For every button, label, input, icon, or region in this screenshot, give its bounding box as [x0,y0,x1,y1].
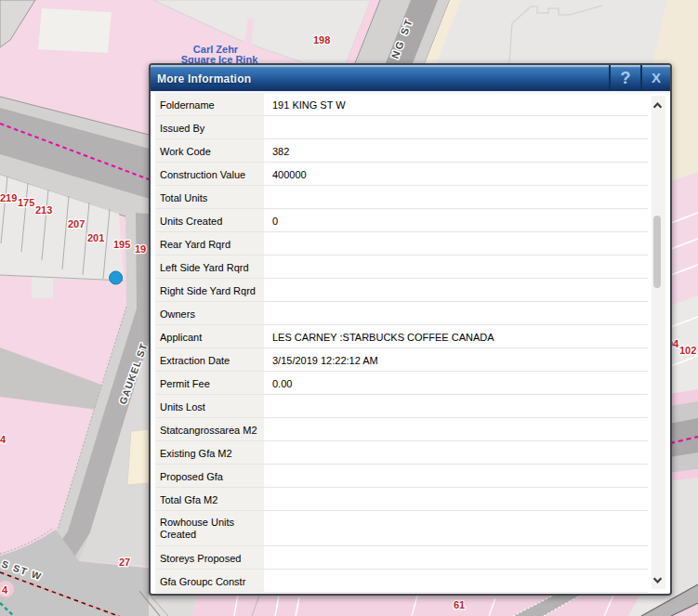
svg-text:201: 201 [87,232,104,243]
svg-text:213: 213 [35,204,52,216]
svg-text:27: 27 [119,557,130,568]
svg-text:102: 102 [679,345,696,356]
svg-text:4: 4 [0,434,7,445]
svg-text:4: 4 [2,584,8,596]
svg-text:198: 198 [313,34,330,46]
svg-text:61: 61 [454,599,465,610]
svg-text:207: 207 [68,218,85,229]
svg-text:19: 19 [135,243,146,255]
svg-text:195: 195 [113,239,130,250]
svg-text:175: 175 [18,197,34,208]
svg-text:219: 219 [0,192,17,203]
